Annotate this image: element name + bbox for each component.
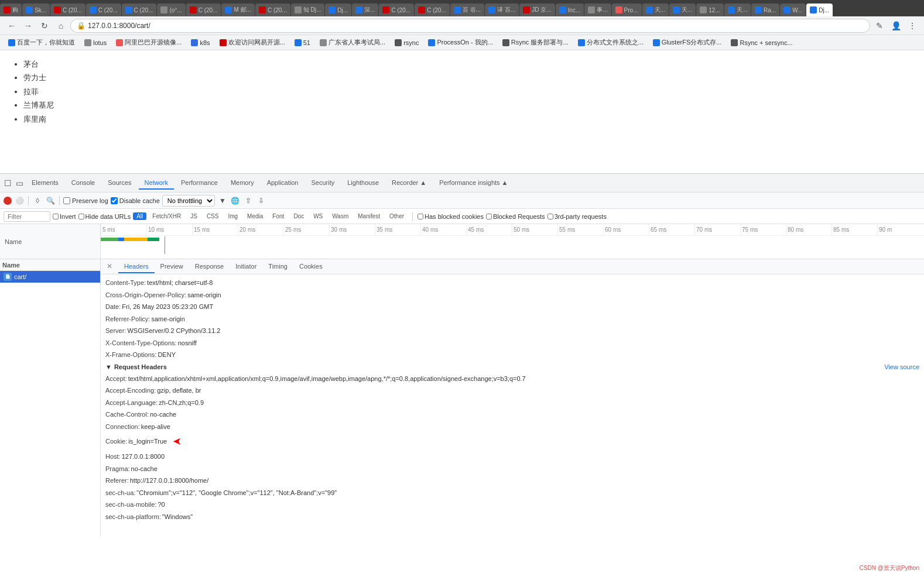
forward-button[interactable]: →	[21, 19, 35, 33]
tab-w[interactable]: W...	[780, 4, 806, 16]
inspect-element-button[interactable]: ☐	[2, 178, 13, 188]
tab-inc[interactable]: Inc...	[556, 4, 584, 16]
bookmark-lotus[interactable]: lotus	[81, 38, 110, 47]
search-button[interactable]: 🔍	[45, 195, 56, 206]
tab-tian2[interactable]: 天...	[669, 4, 696, 16]
tab-shi[interactable]: 事...	[584, 4, 611, 16]
address-bar[interactable]: 🔒 127.0.0.1:8000/cart/	[70, 19, 870, 33]
tab-performance[interactable]: Performance	[175, 177, 224, 190]
has-blocked-cookies-checkbox[interactable]	[417, 214, 423, 219]
hide-data-urls-checkbox[interactable]	[78, 214, 84, 219]
filter-type-js[interactable]: JS	[187, 212, 201, 220]
tab-sources[interactable]: Sources	[102, 177, 137, 190]
bookmark-processon[interactable]: ProcessOn - 我的...	[425, 37, 496, 48]
filter-type-other[interactable]: Other	[386, 212, 408, 220]
third-party-label[interactable]: 3rd-party requests	[547, 213, 607, 220]
tab-ra[interactable]: Ra...	[751, 4, 779, 16]
bookmark-dist-fs[interactable]: 分布式文件系统之...	[574, 37, 647, 48]
detail-tab-close[interactable]: ✕	[101, 260, 118, 274]
tab-c5[interactable]: C (20...	[255, 4, 290, 16]
detail-tab-response[interactable]: Response	[189, 260, 230, 273]
tab-console[interactable]: Console	[66, 177, 101, 190]
invert-label[interactable]: Invert	[53, 213, 76, 220]
invert-checkbox[interactable]	[53, 214, 59, 219]
tab-elements[interactable]: Elements	[26, 177, 64, 190]
home-button[interactable]: ⌂	[54, 19, 68, 33]
throttle-dropdown[interactable]: ▼	[217, 195, 228, 206]
filter-type-manifest[interactable]: Manifest	[354, 212, 384, 220]
device-toggle-button[interactable]: ▭	[14, 178, 25, 188]
disable-cache-label[interactable]: Disable cache	[111, 197, 160, 204]
third-party-checkbox[interactable]	[547, 214, 553, 219]
tab-jd[interactable]: JD 京...	[519, 4, 555, 16]
detail-tab-cookies[interactable]: Cookies	[293, 260, 328, 273]
tab-tian1[interactable]: 天...	[642, 4, 669, 16]
tab-security[interactable]: Security	[305, 177, 340, 190]
tab-application[interactable]: Application	[261, 177, 304, 190]
extensions-button[interactable]: ✎	[872, 19, 887, 33]
filter-type-css[interactable]: CSS	[203, 212, 223, 220]
tab-c7[interactable]: C (20...	[415, 4, 450, 16]
blocked-requests-checkbox[interactable]	[486, 214, 492, 219]
detail-tab-preview[interactable]: Preview	[155, 260, 189, 273]
disable-cache-checkbox[interactable]	[111, 197, 118, 204]
bookmark-ali[interactable]: 阿里巴巴开源镜像...	[112, 37, 185, 48]
tab-tian3[interactable]: 天...	[724, 4, 751, 16]
blocked-requests-label[interactable]: Blocked Requests	[486, 213, 545, 220]
bookmark-glusterfs[interactable]: GlusterFS分布式存...	[649, 37, 725, 48]
timeline-chart[interactable]: 5 ms 10 ms 15 ms 20 ms 25 ms 30 ms 35 ms…	[101, 224, 924, 259]
filter-type-doc[interactable]: Doc	[290, 212, 307, 220]
bookmark-k8s[interactable]: k8s	[187, 38, 213, 47]
bookmark-rsync-sersync[interactable]: Rsync + sersync...	[727, 38, 796, 47]
tab-yi[interactable]: 译 百...	[485, 4, 519, 16]
request-headers-section[interactable]: ▼ Request Headers View source	[101, 361, 924, 373]
close-icon[interactable]: ✕	[107, 262, 112, 270]
tab-pro[interactable]: Pro...	[612, 4, 642, 16]
tab-c6[interactable]: C (20...	[379, 4, 414, 16]
tab-sk[interactable]: Sk...	[22, 4, 50, 16]
record-button[interactable]	[4, 197, 12, 205]
filter-type-ws[interactable]: WS	[310, 212, 326, 220]
back-button[interactable]: ←	[5, 19, 19, 33]
tab-deep[interactable]: 深...	[352, 4, 378, 16]
filter-type-media[interactable]: Media	[244, 212, 266, 220]
preserve-log-checkbox[interactable]	[63, 197, 70, 204]
tab-lighthouse[interactable]: Lighthouse	[341, 177, 385, 190]
preserve-log-label[interactable]: Preserve log	[63, 197, 108, 204]
filter-type-img[interactable]: Img	[224, 212, 241, 220]
filter-type-wasm[interactable]: Wasm	[328, 212, 352, 220]
tab-dj1[interactable]: 知 Dj...	[291, 4, 325, 16]
hide-data-urls-label[interactable]: Hide data URLs	[78, 213, 131, 220]
tab-c1[interactable]: C (20...	[50, 4, 85, 16]
tab-c4[interactable]: C (20...	[186, 4, 221, 16]
view-source-link[interactable]: View source	[884, 363, 919, 370]
tab-o[interactable]: (o°...	[157, 4, 185, 16]
bookmark-rsync-service[interactable]: Rsync 服务部署与...	[499, 37, 572, 48]
menu-button[interactable]: ⋮	[905, 19, 919, 33]
tab-baidu[interactable]: 百 谷...	[450, 4, 484, 16]
tab-perf-insights[interactable]: Performance insights ▲	[433, 177, 514, 190]
filter-type-font[interactable]: Font	[269, 212, 288, 220]
filter-type-fetch[interactable]: Fetch/XHR	[149, 212, 184, 220]
tab-mail[interactable]: M 邮...	[221, 4, 254, 16]
bookmark-gd[interactable]: 广东省人事考试局...	[316, 37, 389, 48]
tab-recorder[interactable]: Recorder ▲	[386, 177, 432, 190]
export-har[interactable]: ⇩	[256, 195, 266, 206]
profile-button[interactable]: 👤	[889, 19, 903, 33]
tab-12[interactable]: 12...	[696, 4, 723, 16]
filter-button[interactable]: ◊	[32, 195, 43, 206]
has-blocked-cookies-label[interactable]: Has blocked cookies	[417, 213, 484, 220]
tab-memory[interactable]: Memory	[225, 177, 260, 190]
filter-type-all[interactable]: All	[133, 212, 146, 220]
bookmark-baidu[interactable]: 百度一下，你就知道	[5, 37, 78, 48]
tab-c2[interactable]: C (20...	[86, 4, 121, 16]
throttle-select[interactable]: No throttling	[162, 195, 215, 207]
tab-shopping[interactable]: 购	[0, 4, 22, 16]
tab-network[interactable]: Network	[139, 177, 174, 190]
clear-button[interactable]: ⚪	[14, 195, 25, 206]
bookmark-wangyi[interactable]: 欢迎访问网易开源...	[216, 37, 289, 48]
tab-c3[interactable]: C (20...	[122, 4, 157, 16]
detail-tab-timing[interactable]: Timing	[262, 260, 293, 273]
bookmark-51[interactable]: 51	[291, 38, 314, 47]
reload-button[interactable]: ↻	[37, 19, 52, 33]
